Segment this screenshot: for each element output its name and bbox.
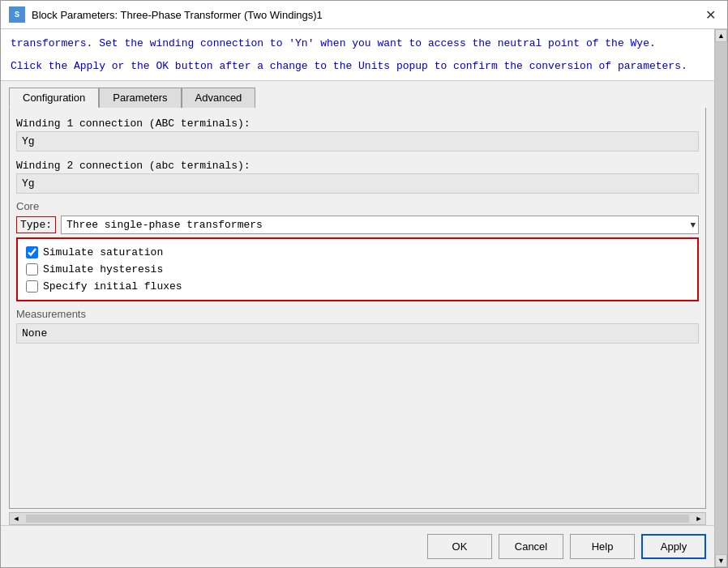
checkbox-row-specify-initial-fluxes: Specify initial fluxes <box>26 278 689 295</box>
title-bar: S Block Parameters: Three-Phase Transfor… <box>1 1 727 29</box>
type-dropdown[interactable]: Three single-phase transformers Three-li… <box>61 216 699 234</box>
simulate-hysteresis-label[interactable]: Simulate hysteresis <box>43 263 163 275</box>
title-bar-left: S Block Parameters: Three-Phase Transfor… <box>9 6 323 23</box>
simulate-saturation-checkbox[interactable] <box>26 246 38 258</box>
tab-configuration[interactable]: Configuration <box>9 88 99 108</box>
tab-parameters[interactable]: Parameters <box>99 88 181 108</box>
scroll-down-button[interactable]: ▼ <box>715 554 727 567</box>
specify-initial-fluxes-label[interactable]: Specify initial fluxes <box>43 280 182 293</box>
horizontal-scroll-track[interactable] <box>26 515 689 523</box>
winding1-label: Winding 1 connection (ABC terminals): <box>16 114 699 131</box>
winding2-value: Yg <box>16 173 699 194</box>
help-button[interactable]: Help <box>570 534 635 559</box>
window-icon: S <box>9 6 25 23</box>
scroll-right-button[interactable]: ► <box>692 513 705 524</box>
type-dropdown-wrapper: Three single-phase transformers Three-li… <box>61 216 699 234</box>
cancel-button[interactable]: Cancel <box>499 534 563 559</box>
measurements-section: Measurements None <box>16 306 699 344</box>
window-title: Block Parameters: Three-Phase Transforme… <box>32 9 323 21</box>
apply-button[interactable]: Apply <box>641 534 706 559</box>
scroll-left-button[interactable]: ◄ <box>10 513 23 524</box>
ok-button[interactable]: OK <box>427 534 492 559</box>
simulate-saturation-label[interactable]: Simulate saturation <box>43 246 163 258</box>
simulate-hysteresis-checkbox[interactable] <box>26 263 38 275</box>
main-content: transformers. Set the winding connection… <box>1 29 727 567</box>
core-section-label: Core <box>16 199 699 212</box>
description-para2: Click the Apply or the OK button after a… <box>11 58 704 75</box>
tabs-container: Configuration Parameters Advanced <box>1 81 714 108</box>
description-para1: transformers. Set the winding connection… <box>11 36 704 52</box>
checkboxes-group: Simulate saturation Simulate hysteresis … <box>16 237 699 301</box>
measurements-label: Measurements <box>16 306 699 320</box>
measurements-value: None <box>16 323 699 344</box>
horizontal-scrollbar: ◄ ► <box>9 512 706 525</box>
close-button[interactable]: ✕ <box>701 6 719 23</box>
tab-content-configuration: Winding 1 connection (ABC terminals): Yg… <box>9 108 706 509</box>
type-row: Type: Three single-phase transformers Th… <box>16 216 699 234</box>
checkbox-row-simulate-hysteresis: Simulate hysteresis <box>26 261 689 278</box>
type-label: Type: <box>16 216 56 233</box>
checkbox-row-simulate-saturation: Simulate saturation <box>26 244 689 261</box>
content-area: transformers. Set the winding connection… <box>1 29 714 567</box>
bottom-bar: OK Cancel Help Apply <box>1 525 714 567</box>
specify-initial-fluxes-checkbox[interactable] <box>26 280 38 293</box>
vertical-scrollbar: ▲ ▼ <box>714 29 727 567</box>
description-text: transformers. Set the winding connection… <box>1 29 714 81</box>
tab-advanced[interactable]: Advanced <box>182 88 256 108</box>
vertical-scroll-track[interactable] <box>715 42 727 554</box>
winding1-value: Yg <box>16 131 699 152</box>
scroll-up-button[interactable]: ▲ <box>715 29 727 42</box>
dialog-window: S Block Parameters: Three-Phase Transfor… <box>0 0 728 568</box>
winding2-label: Winding 2 connection (abc terminals): <box>16 156 699 173</box>
